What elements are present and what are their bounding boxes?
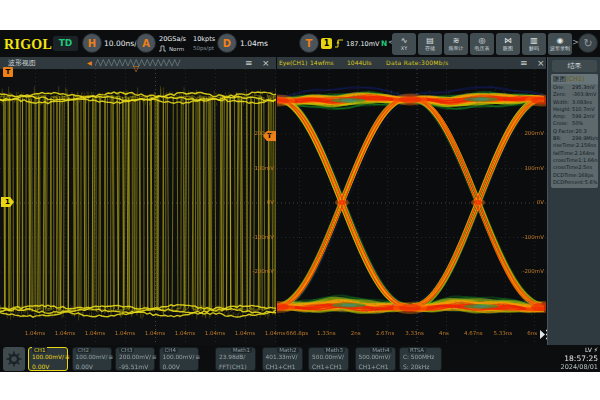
sample-interval-value: 50ps/pt [193, 45, 214, 51]
results-button[interactable]: 结果 [552, 60, 597, 72]
trigger-mode-value: N [381, 39, 387, 48]
tool-button-存储[interactable]: ▤存储 [418, 33, 442, 55]
trigger-slope-icon [334, 38, 344, 49]
channel-tab: Math4 [370, 347, 391, 353]
waveform-minimap[interactable] [95, 58, 185, 68]
channel-tab: CH3 [119, 347, 134, 353]
measurement-row-Zero: Zero:-303.9mV [551, 91, 598, 98]
minimap-marker-icon: ◀ [87, 60, 92, 66]
math-box-Math3[interactable]: Math3500.00mV/CH1+CH1 [308, 347, 349, 371]
wave-menu-icon[interactable]: ≡ [245, 57, 253, 69]
scale-value: 100.00mV/≡ [163, 354, 201, 360]
rigol-logo: RIGOL [4, 37, 52, 53]
measurement-row-One: One:295.3mV [551, 84, 598, 91]
mem-depth-value: 10kpts [193, 35, 215, 43]
eye-panel-title: Eye(CH1) [279, 57, 307, 69]
math-box-Math2[interactable]: Math2401.33mV/CH1+CH1 [262, 347, 303, 371]
tool-button-电压表[interactable]: ◎电压表 [470, 33, 494, 55]
channel-tab: CH1 [32, 347, 47, 353]
measurement-row-fallTime: fallTime:2.164ns [551, 150, 598, 157]
trigger-knob[interactable]: T [299, 33, 319, 53]
horizontal-knob[interactable]: H [82, 33, 102, 53]
eye-panel-header: Eye(CH1) 14wfms 1044UIs Data Rate:300Mb/… [277, 57, 546, 69]
time-label: 5.33ns [488, 330, 518, 337]
acq-mode-badge[interactable]: TD [53, 36, 78, 51]
trigger-position-badge[interactable]: T [3, 67, 13, 77]
tool-button-频率计[interactable]: ≋频率计 [444, 33, 468, 55]
auto-button[interactable]: ↻ [578, 33, 598, 53]
eye-close-icon[interactable]: × [537, 57, 545, 69]
tool-button-XY[interactable]: ∿XY [392, 33, 416, 55]
volt-label: 200mV [236, 130, 274, 137]
status-time: 18:57:25 [544, 354, 598, 363]
eye-menu-icon[interactable]: ≡ [520, 57, 528, 69]
offset-value: CH1+CH1 [359, 363, 389, 370]
volt-label: -200mV [506, 268, 544, 275]
time-label: 3.33ns [400, 330, 430, 337]
acquire-knob[interactable]: A [136, 33, 156, 53]
xy-mode-icon: ∿ [401, 36, 408, 45]
volt-label: 0V [506, 199, 544, 206]
measurement-row-Amp: Amp:599.2mV [551, 113, 598, 120]
time-label: 666.8ps [282, 330, 312, 337]
measurement-tab[interactable]: 眼图(CH1) [551, 74, 598, 84]
offset-value: CH1+CH1 [312, 363, 342, 370]
tool-button-波形录制[interactable]: ◉波形录制 [548, 33, 572, 55]
measurement-row-DCDPercent: DCDPercent:5.6% [551, 179, 598, 186]
scale-value: 100.00mV/≡ [76, 354, 114, 360]
offset-value: FFT(CH1) [219, 363, 247, 370]
eye-diagram-icon: ⋈ [504, 36, 512, 45]
time-label: 4ns [429, 330, 459, 337]
delay-value[interactable]: 1.04ms [240, 39, 268, 48]
scale-value: 23.98dB/ [219, 354, 245, 360]
time-label: 1.04ms [20, 330, 50, 337]
volt-label: 100mV [506, 165, 544, 172]
offset-value: S: 20kHz [403, 363, 430, 370]
channel-box-CH4[interactable]: CH4100.00mV/≡0.00V [159, 347, 199, 371]
waveform-canvas [0, 69, 276, 345]
volt-label: -100mV [506, 234, 544, 241]
channel-tab: Math3 [324, 347, 345, 353]
measurement-row-crossTime1: crossTime1:1.66ns [551, 157, 598, 164]
offset-value: CH1+CH1 [266, 363, 296, 370]
bottom-bar: CH1100.00mV/≡0.00VCH2100.00mV/≡0.00VCH32… [0, 345, 600, 372]
eye-wfms-count: 14wfms [310, 57, 334, 69]
offset-value: -95.51mV [119, 363, 148, 370]
wave-panel: 波形视图 ◀ ≡ × T ▽ 1 T 200mV100mV0V-100mV-20… [0, 57, 276, 345]
offset-value: 0.00V [76, 363, 93, 370]
scale-value: 500.00mV/ [359, 354, 391, 360]
eye-panel: Eye(CH1) 14wfms 1044UIs Data Rate:300Mb/… [277, 57, 546, 345]
time-label: 4.67ns [458, 330, 488, 337]
wave-close-icon[interactable]: × [262, 57, 270, 69]
h-scale-value[interactable]: 10.00ns/ [104, 39, 137, 48]
status-date: 2024/08/01 [544, 363, 598, 372]
tool-button-眼图[interactable]: ⋈眼图 [496, 33, 520, 55]
channel-tab: Math1 [231, 347, 252, 353]
measurement-row-Width: Width:3.083ns [551, 99, 598, 106]
time-label: 2ns [341, 330, 371, 337]
delay-knob[interactable]: D [217, 33, 237, 53]
scale-value: 100.00mV/≡ [32, 354, 77, 360]
status-block: LV ⚡ 18:57:25 2024/08/01 [544, 346, 598, 372]
trigger-level-value[interactable]: 187.10mV [346, 40, 380, 48]
channel-box-CH2[interactable]: CH2100.00mV/≡0.00V [72, 347, 112, 371]
time-label: 6ns [517, 330, 547, 337]
measurement-panel: 眼图(CH1) One:295.3mVZero:-303.9mVWidth:3.… [551, 74, 598, 188]
volt-label: -100mV [236, 234, 274, 241]
trigger-source-badge[interactable]: 1 [321, 38, 332, 49]
channel-tab: CH4 [163, 347, 178, 353]
channel-box-CH3[interactable]: CH3200.00mV/≡-95.51mV [115, 347, 155, 371]
channel-box-CH1[interactable]: CH1100.00mV/≡0.00V [28, 347, 68, 371]
volt-label: 100mV [236, 165, 274, 172]
eye-diagram-canvas [277, 69, 546, 345]
voltmeter-icon: ◎ [479, 36, 486, 45]
math-box-Math1[interactable]: Math123.98dB/FFT(CH1) [215, 347, 256, 371]
measurement-row-Cross: Cross:50% [551, 120, 598, 127]
settings-button[interactable] [3, 347, 25, 371]
trigger-position-marker-icon[interactable]: ▽ [133, 64, 139, 73]
rtsa-box[interactable]: RTSAC: 500MHzS: 20kHz [399, 347, 442, 371]
tool-button-解码[interactable]: ▥解码 [522, 33, 546, 55]
time-label: 1.04ms [50, 330, 80, 337]
time-label: 1.04ms [200, 330, 230, 337]
math-box-Math4[interactable]: Math4500.00mV/CH1+CH1 [355, 347, 396, 371]
